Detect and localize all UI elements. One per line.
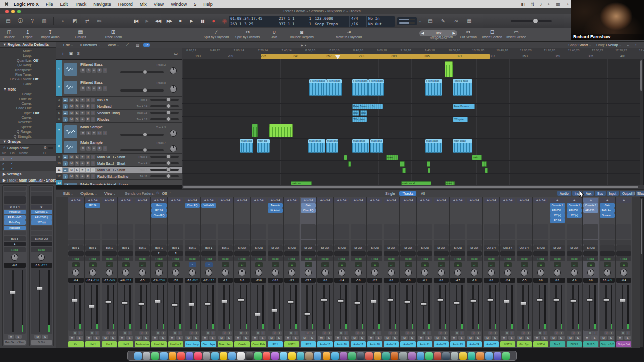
strip-automation-slot[interactable]: Read xyxy=(218,256,233,261)
region-filtered-bass[interactable]: Filtered bass xyxy=(368,79,384,96)
mute-button[interactable]: M xyxy=(80,68,85,73)
mute-button[interactable]: M xyxy=(202,336,208,340)
strip-group-slot[interactable] xyxy=(517,251,532,256)
toolbar-button-bounce-regions[interactable]: ◙Bounce Regions xyxy=(290,29,314,39)
strip-group-slot[interactable] xyxy=(351,251,366,256)
cpu-hd-meters[interactable] xyxy=(397,17,417,25)
fader-cap[interactable] xyxy=(71,299,78,302)
region-filtered-bass[interactable]: Filtered bass xyxy=(352,79,368,96)
strip-output-slot[interactable]: St Out xyxy=(583,245,598,251)
mixer-icon[interactable]: ◩ xyxy=(70,16,80,25)
mute-button[interactable]: M xyxy=(135,336,142,340)
mixer-strip-tambourine[interactable]: ⊕ In 3-4Bus 1Read♫-6.5RIMSTambourine xyxy=(134,197,151,348)
strip-name[interactable]: FX 2 xyxy=(301,341,316,347)
play-from-selection-button[interactable]: ▶ xyxy=(142,16,152,25)
solo-button[interactable]: S xyxy=(243,336,249,340)
solo-button[interactable]: S xyxy=(475,336,481,340)
mixer-strip-bus-5[interactable]: ⊕Console 1API-250...St OutRead♫0.0RIMSBU… xyxy=(583,197,599,348)
region-filtered-bas[interactable]: Filtered bas xyxy=(425,79,442,96)
strip-name[interactable]: Hat 2 xyxy=(102,341,117,347)
fader-cap[interactable] xyxy=(287,300,294,304)
pan-knob[interactable] xyxy=(405,269,412,276)
strip-output-slot[interactable]: St Out xyxy=(251,245,266,251)
strip-name[interactable]: Audio 25 xyxy=(484,341,499,347)
track-header-11[interactable]: 11➜MS✳RIMain Sa...l - ShortTrack 4 xyxy=(56,167,182,173)
fader-cap[interactable] xyxy=(10,291,16,294)
volume-slider-handle[interactable] xyxy=(166,117,171,121)
pan-knob[interactable] xyxy=(238,269,246,276)
tracks-vertical-scrollbar[interactable] xyxy=(640,59,643,185)
menubar-item-view[interactable]: View xyxy=(154,2,164,7)
input-monitor-button[interactable]: I xyxy=(128,331,132,335)
volume-slider[interactable] xyxy=(120,71,164,73)
strip-sends-slot[interactable] xyxy=(384,240,399,245)
region-main-vocal[interactable]: main vocal xyxy=(401,181,431,185)
mute-button[interactable]: M xyxy=(69,111,74,115)
strip-output-slot[interactable]: St Out xyxy=(351,245,366,251)
input-monitor-button[interactable]: I xyxy=(377,331,381,335)
strip-group-slot[interactable] xyxy=(467,251,482,256)
strip-output-slot[interactable]: St Out xyxy=(550,245,565,251)
strip-group-slot[interactable] xyxy=(567,251,582,256)
pan-knob[interactable] xyxy=(438,269,445,276)
strip-plugin-slot[interactable]: FF Pro-MB xyxy=(4,215,26,220)
strip-group-slot[interactable]: 3 xyxy=(168,251,183,256)
mixer-strip-crash[interactable]: ⊕ In 3-4St OutRead♫0.0RIMSCrash xyxy=(234,197,251,348)
mixer-strip-audio-24[interactable]: ⊕ In 3-4St OutRead♫-1.8RIMSAudio 24 xyxy=(466,197,483,348)
solo-button[interactable]: S xyxy=(591,336,598,340)
strip-input-slot[interactable]: ⊕ xyxy=(31,205,53,209)
mute-button[interactable]: M xyxy=(550,336,557,340)
input-monitor-button[interactable]: I xyxy=(227,331,232,335)
strip-name[interactable]: Audio 15 xyxy=(317,341,333,347)
strip-output-slot[interactable]: St Out xyxy=(334,245,349,251)
volume-slider-handle[interactable] xyxy=(166,154,171,159)
input-monitor-button[interactable]: I xyxy=(543,331,547,335)
strip-fader[interactable] xyxy=(400,283,416,331)
input-monitor-button[interactable]: I xyxy=(344,331,348,335)
strip-fader[interactable] xyxy=(567,283,582,331)
solo-button[interactable]: S xyxy=(492,336,498,340)
input-monitor-button[interactable]: I xyxy=(261,331,265,335)
library-icon[interactable]: ▤ xyxy=(3,16,13,25)
strip-plugin-slot[interactable]: API-250... xyxy=(583,208,598,213)
strip-input-slot[interactable]: ⊕ xyxy=(583,198,598,203)
lcd-locator-end[interactable]: 337 1 1 xyxy=(279,22,303,27)
region-parameter-row[interactable]: Type:Out xyxy=(0,111,56,115)
solo-button[interactable]: S xyxy=(42,335,48,339)
mute-button[interactable]: M xyxy=(617,336,623,340)
mute-button[interactable]: M xyxy=(335,336,341,340)
horizontal-scrollbar[interactable] xyxy=(182,185,644,189)
freeze-button[interactable]: ✳ xyxy=(92,131,96,135)
record-enable-button[interactable]: R xyxy=(422,331,426,335)
strip-volume-value[interactable]: -3.5 xyxy=(284,278,299,283)
fader-cap[interactable] xyxy=(304,312,310,316)
fader-cap[interactable] xyxy=(337,299,344,303)
region[interactable] xyxy=(344,155,347,160)
strip-volume-value[interactable]: -4.7 xyxy=(450,278,465,283)
freeze-button[interactable]: ✳ xyxy=(92,86,96,91)
mute-button[interactable]: M xyxy=(152,336,158,340)
solo-button[interactable]: S xyxy=(75,111,79,115)
groups-header[interactable]: ▼ Groups xyxy=(0,139,56,145)
strip-input-slot[interactable]: ⊕ In 3-4 xyxy=(102,198,117,203)
mute-button[interactable]: M xyxy=(218,336,225,340)
strip-automation-slot[interactable]: Read xyxy=(118,256,133,261)
strip-input-slot[interactable]: ⊕ In 3-4 xyxy=(4,205,26,209)
music-note-icon[interactable]: ♪ xyxy=(540,2,543,7)
strip-input-slot[interactable]: ⊕ In 3-4 xyxy=(450,198,465,203)
menubar-item-file[interactable]: File xyxy=(46,2,53,7)
arrange-area[interactable]: Filtered bassFiltered basFiltered bassFi… xyxy=(182,59,640,185)
strip-plugin-slot[interactable]: EchoBoy xyxy=(4,220,26,225)
mixer-strip-disc-jape[interactable]: ⊕ In 3-4ValhallaVBus 1Read≈-6.2-17.3RIMS… xyxy=(201,197,217,348)
input-monitor-button[interactable]: I xyxy=(410,331,415,335)
solo-button[interactable]: S xyxy=(86,86,91,91)
record-enable-button[interactable]: R xyxy=(571,331,576,335)
browsers-icon[interactable]: ▦ xyxy=(464,16,474,25)
strip-setting-slot[interactable] xyxy=(4,187,26,191)
dock-app-icon[interactable] xyxy=(434,352,441,360)
solo-button[interactable]: S xyxy=(75,98,79,102)
apple-menu-icon[interactable]: ⌘ xyxy=(4,2,9,7)
strip-output-slot[interactable]: St Out xyxy=(467,245,482,251)
region-main-vo[interactable]: main vo xyxy=(291,181,312,185)
strip-volume-value[interactable]: -2.4 xyxy=(500,278,515,283)
